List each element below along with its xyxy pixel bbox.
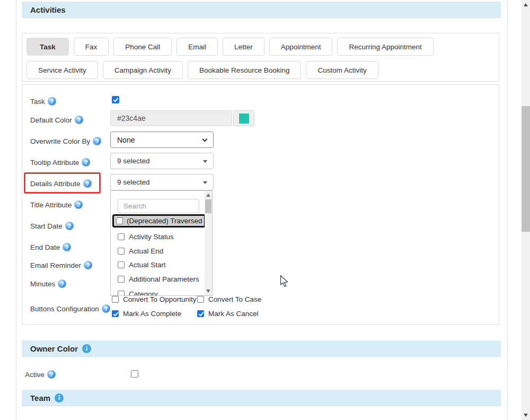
buttons-configuration-label-row: Buttons Configuration ? xyxy=(30,304,110,313)
page-scrollbar[interactable] xyxy=(522,0,530,420)
owner-color-info-icon[interactable]: i xyxy=(82,344,91,353)
details-attribute-dropdown-panel: (Deprecated) Traversed Activity Status A… xyxy=(110,190,213,296)
tab-appointment[interactable]: Appointment xyxy=(269,38,333,56)
end-date-help-icon[interactable]: ? xyxy=(63,243,71,251)
page-scrollbar-thumb[interactable] xyxy=(522,106,530,232)
task-label: Task xyxy=(30,98,45,106)
team-info-icon[interactable]: i xyxy=(55,393,64,402)
convert-to-case-checkbox[interactable] xyxy=(197,296,204,303)
tab-fax[interactable]: Fax xyxy=(74,38,109,56)
dropdown-item-label: Actual Start xyxy=(129,261,166,269)
team-section-title: Team xyxy=(30,393,50,402)
mark-as-complete-checkbox[interactable] xyxy=(112,310,119,317)
item-checkbox[interactable] xyxy=(118,233,125,240)
tab-email[interactable]: Email xyxy=(176,38,218,56)
option-mark-as-cancel[interactable]: Mark As Cancel xyxy=(197,310,259,318)
email-reminder-label-row: Email Reminder ? xyxy=(30,260,92,270)
tab-phone-call[interactable]: Phone Call xyxy=(113,38,172,56)
tab-task[interactable]: Task xyxy=(26,38,69,56)
option-label: Convert To Case xyxy=(208,295,261,303)
scroll-up-icon[interactable] xyxy=(524,3,528,6)
default-color-label-row: Default Color ? xyxy=(30,115,83,125)
owner-color-section-title: Owner Color xyxy=(30,344,78,353)
overwrite-color-help-icon[interactable]: ? xyxy=(93,137,101,145)
caret-down-icon xyxy=(203,160,207,163)
tab-campaign-activity[interactable]: Campaign Activity xyxy=(103,61,183,79)
start-date-label: Start Date xyxy=(30,222,63,230)
activities-section-title: Activities xyxy=(30,5,66,14)
details-attribute-help-icon[interactable]: ? xyxy=(83,179,92,188)
details-attribute-dropdown[interactable]: 9 selected xyxy=(110,174,214,190)
option-convert-to-case[interactable]: Convert To Case xyxy=(197,295,261,303)
activity-type-tabs: Task Fax Phone Call Email Letter Appoint… xyxy=(22,33,499,82)
color-swatch xyxy=(239,113,249,124)
team-section-header: Team i xyxy=(22,390,501,406)
tooltip-attribute-label: Tooltip Attribute xyxy=(30,159,79,167)
scroll-up-icon[interactable] xyxy=(206,194,210,197)
owner-color-section-header: Owner Color i xyxy=(22,340,501,357)
buttons-configuration-help-icon[interactable]: ? xyxy=(102,304,110,313)
item-checkbox[interactable] xyxy=(118,276,125,283)
item-checkbox[interactable] xyxy=(118,261,125,268)
dropdown-item-label: Actual End xyxy=(129,247,163,255)
scroll-down-icon[interactable] xyxy=(524,414,528,417)
default-color-help-icon[interactable]: ? xyxy=(75,116,83,124)
minutes-help-icon[interactable]: ? xyxy=(58,279,66,288)
color-picker-button[interactable] xyxy=(233,110,254,126)
dropdown-search-input[interactable] xyxy=(118,199,199,213)
tooltip-attribute-help-icon[interactable]: ? xyxy=(82,158,90,167)
tab-recurring-appointment[interactable]: Recurring Appointment xyxy=(337,38,433,56)
activities-section-header: Activities xyxy=(22,2,501,18)
task-settings-panel: Task ? Default Color ? Overwrite Color B… xyxy=(22,84,499,325)
dropdown-item-label: (Deprecated) Traversed xyxy=(127,217,202,225)
dropdown-item-additional-parameters[interactable]: Additional Parameters xyxy=(118,275,199,283)
email-reminder-help-icon[interactable]: ? xyxy=(84,261,92,269)
caret-down-icon xyxy=(203,181,207,184)
active-help-icon[interactable]: ? xyxy=(47,370,56,379)
dropdown-scrollbar[interactable] xyxy=(205,191,212,295)
task-label-row: Task ? xyxy=(30,97,56,106)
default-color-input[interactable] xyxy=(110,110,232,126)
activities-config-page: Activities Task Fax Phone Call Email Let… xyxy=(0,0,530,420)
overwrite-color-by-label: Overwrite Color By xyxy=(30,137,90,145)
dropdown-item-actual-end[interactable]: Actual End xyxy=(118,247,163,255)
item-checkbox[interactable] xyxy=(118,248,125,255)
task-help-icon[interactable]: ? xyxy=(48,97,56,106)
tooltip-attribute-label-row: Tooltip Attribute ? xyxy=(30,158,90,167)
item-checkbox[interactable] xyxy=(118,291,125,296)
container-right-border xyxy=(507,0,508,420)
dropdown-item-category[interactable]: Category xyxy=(118,290,158,296)
dropdown-item-label: Additional Parameters xyxy=(129,275,199,283)
mark-as-cancel-checkbox[interactable] xyxy=(197,310,204,317)
container-left-border xyxy=(16,0,16,420)
tab-service-activity[interactable]: Service Activity xyxy=(26,61,98,79)
tab-custom-activity[interactable]: Custom Activity xyxy=(306,61,378,79)
option-label: Mark As Complete xyxy=(123,310,181,318)
tab-letter[interactable]: Letter xyxy=(223,38,264,56)
option-mark-as-complete[interactable]: Mark As Complete xyxy=(112,310,181,318)
item-checkbox[interactable] xyxy=(116,217,123,224)
title-attribute-help-icon[interactable]: ? xyxy=(74,200,83,209)
chevron-down-icon xyxy=(202,137,208,142)
option-convert-to-opportunity[interactable]: Convert To Opportunity xyxy=(112,295,197,303)
overwrite-color-by-value: None xyxy=(117,136,135,144)
scroll-down-icon[interactable] xyxy=(206,290,210,293)
start-date-help-icon[interactable]: ? xyxy=(65,222,74,230)
overwrite-color-by-select[interactable]: None xyxy=(110,132,214,148)
tab-bookable-resource-booking[interactable]: Bookable Resource Booking xyxy=(188,61,301,79)
dropdown-item-actual-start[interactable]: Actual Start xyxy=(118,260,166,269)
dropdown-item-label: Activity Status xyxy=(129,233,174,241)
owner-color-active-checkbox[interactable] xyxy=(131,370,138,378)
dropdown-scrollbar-thumb[interactable] xyxy=(205,199,211,213)
dropdown-item-activity-status[interactable]: Activity Status xyxy=(118,232,174,241)
active-label: Active xyxy=(25,371,45,379)
option-label: Convert To Opportunity xyxy=(123,295,197,303)
dropdown-item-deprecated-traversed[interactable]: (Deprecated) Traversed xyxy=(112,214,206,228)
tooltip-attribute-dropdown[interactable]: 9 selected xyxy=(110,153,214,169)
details-attribute-value: 9 selected xyxy=(117,178,150,186)
task-enabled-checkbox[interactable] xyxy=(112,96,119,103)
tab-row-2: Service Activity Campaign Activity Booka… xyxy=(26,61,378,79)
overwrite-color-label-row: Overwrite Color By ? xyxy=(30,136,101,146)
tooltip-attribute-value: 9 selected xyxy=(117,157,150,165)
convert-to-opportunity-checkbox[interactable] xyxy=(112,296,119,303)
